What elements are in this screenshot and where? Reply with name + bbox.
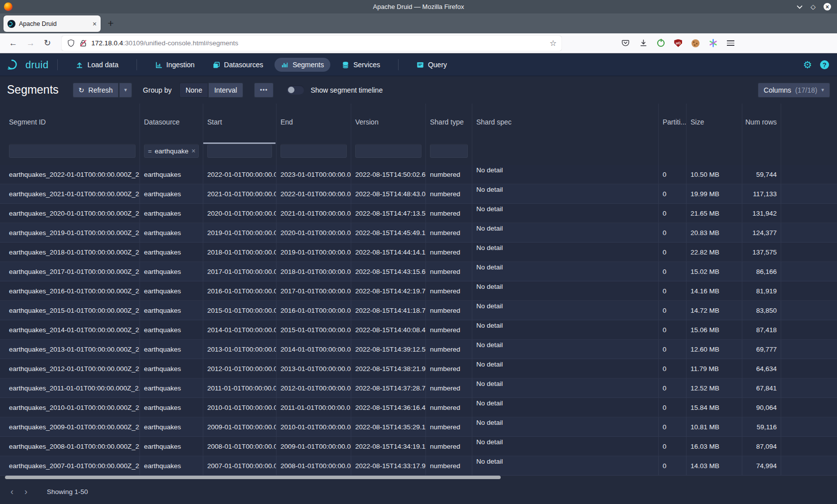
start-cell: 2008-01-01T00:00:00.0... [203,437,277,456]
menu-icon[interactable] [727,40,734,46]
column-header-size[interactable]: Size [687,104,742,144]
bookmark-star-icon[interactable]: ☆ [550,38,557,48]
version-cell: 2022-08-15T14:36:16.4... [351,398,426,417]
table-row[interactable]: earthquakes_2018-01-01T00:00:00.000Z_2..… [0,243,837,262]
pocket-icon[interactable] [621,39,630,47]
table-row[interactable]: earthquakes_2020-01-01T00:00:00.000Z_2..… [0,204,837,223]
size-cell: 14.72 MB [687,301,742,320]
nav-item-load-data[interactable]: Load data [69,58,125,72]
cookie-extension-icon[interactable] [692,39,699,47]
table-row[interactable]: earthquakes_2011-01-01T00:00:00.000Z_2..… [0,378,837,398]
end-cell: 2013-01-01T00:00:00.0... [277,359,351,378]
segment-timeline-toggle[interactable] [286,85,304,95]
multicolor-asterisk-icon[interactable] [709,39,717,47]
refresh-caret-button[interactable]: ▾ [119,83,132,98]
shard-spec-cell: No detail [472,281,659,300]
column-header-end[interactable]: End [277,104,351,144]
datasource-cell: earthquakes [140,204,203,223]
start-filter-input[interactable] [207,144,272,158]
group-by-none-button[interactable]: None [179,83,208,98]
settings-gear-icon[interactable]: ⚙ [803,60,812,70]
help-icon[interactable]: ? [820,60,829,69]
nav-item-query[interactable]: Query [410,58,453,72]
end-filter-input[interactable] [280,144,347,158]
download-icon[interactable] [639,39,648,47]
tab-close-icon[interactable]: × [93,20,97,28]
size-cell: 10.81 MB [687,417,742,436]
table-row[interactable]: earthquakes_2012-01-01T00:00:00.000Z_2..… [0,359,837,378]
column-header-segment-id[interactable]: Segment ID [0,104,140,144]
table-row[interactable]: earthquakes_2007-01-01T00:00:00.000Z_2..… [0,456,837,476]
partitions-cell: 0 [659,320,687,339]
window-maximize-icon[interactable]: ◇ [811,3,816,10]
refresh-button[interactable]: ↻ Refresh [73,83,119,98]
forward-icon[interactable]: → [26,38,35,48]
shield-icon[interactable] [67,39,75,47]
table-row[interactable]: earthquakes_2019-01-01T00:00:00.000Z_2..… [0,223,837,243]
reload-icon[interactable]: ↻ [44,38,51,48]
extension-green-icon[interactable] [657,39,665,47]
table-row[interactable]: earthquakes_2016-01-01T00:00:00.000Z_2..… [0,281,837,301]
table-row[interactable]: earthquakes_2014-01-01T00:00:00.000Z_2..… [0,320,837,340]
column-header-datasource[interactable]: Datasource [140,104,203,144]
more-options-button[interactable]: ••• [254,83,274,98]
url-bar[interactable]: 172.18.0.4:30109/unified-console.html#se… [62,36,561,51]
druid-logo[interactable]: druid [7,59,48,71]
druid-wordmark: druid [25,59,48,71]
table-row[interactable]: earthquakes_2013-01-01T00:00:00.000Z_2..… [0,340,837,359]
columns-button[interactable]: Columns (17/18) ▾ [758,83,830,98]
window-title: Apache Druid — Mozilla Firefox [0,3,837,10]
segments-icon [281,61,288,69]
ublock-shield-icon[interactable]: uO [674,39,682,47]
nav-item-segments[interactable]: Segments [275,58,330,72]
datasource-cell: earthquakes [140,340,203,359]
table-row[interactable]: earthquakes_2022-01-01T00:00:00.000Z_2..… [0,165,837,184]
start-cell: 2016-01-01T00:00:00.0... [203,281,277,300]
end-cell: 2020-01-01T00:00:00.0... [277,223,351,242]
insecure-lock-icon[interactable] [79,39,87,47]
window-minimize-icon[interactable] [797,5,803,9]
browser-tab[interactable]: Apache Druid × [3,15,101,32]
num-rows-cell: 86,166 [742,262,781,281]
nav-item-ingestion[interactable]: Ingestion [148,58,201,72]
table-row[interactable]: earthquakes_2017-01-01T00:00:00.000Z_2..… [0,262,837,281]
datasource-cell: earthquakes [140,165,203,184]
column-header-shard-spec[interactable]: Shard spec [472,104,659,144]
back-icon[interactable]: ← [9,38,17,48]
window-close-icon[interactable]: × [824,3,831,10]
column-header-partitions[interactable]: Partiti... [659,104,687,144]
size-cell: 19.99 MB [687,184,742,203]
version-filter-input[interactable] [355,144,421,158]
version-cell: 2022-08-15T14:37:28.7... [351,378,426,397]
shard-spec-cell: No detail [472,378,659,397]
table-row[interactable]: earthquakes_2021-01-01T00:00:00.000Z_2..… [0,184,837,204]
next-page-icon[interactable]: › [19,487,33,497]
group-by-label: Group by [143,86,172,94]
horizontal-scrollbar[interactable] [5,476,501,479]
shard-spec-cell: No detail [472,417,659,436]
nav-item-datasources[interactable]: Datasources [206,58,270,72]
shard-type-filter-input[interactable] [430,144,468,158]
table-row[interactable]: earthquakes_2009-01-01T00:00:00.000Z_2..… [0,417,837,437]
column-header-version[interactable]: Version [351,104,426,144]
table-row[interactable]: earthquakes_2008-01-01T00:00:00.000Z_2..… [0,437,837,456]
version-cell: 2022-08-15T14:41:18.7... [351,301,426,320]
table-row[interactable]: earthquakes_2015-01-01T00:00:00.000Z_2..… [0,301,837,320]
column-header-shard-type[interactable]: Shard type [426,104,472,144]
segment-id-filter-input[interactable] [9,144,136,158]
new-tab-button[interactable]: + [108,17,114,29]
remove-filter-icon[interactable]: × [191,147,195,155]
table-row[interactable]: earthquakes_2010-01-01T00:00:00.000Z_2..… [0,398,837,417]
datasource-cell: earthquakes [140,184,203,203]
nav-item-services[interactable]: Services [335,58,387,72]
url-path: :30109/unified-console.html#segments [123,39,238,47]
version-cell: 2022-08-15T14:39:12.5... [351,340,426,359]
partitions-cell: 0 [659,437,687,456]
url-text[interactable]: 172.18.0.4:30109/unified-console.html#se… [91,39,546,47]
column-header-num-rows[interactable]: Num rows [742,104,781,144]
size-cell: 15.84 MB [687,398,742,417]
group-by-interval-button[interactable]: Interval [208,83,243,98]
previous-page-icon[interactable]: ‹ [5,487,19,497]
datasource-filter-tag[interactable]: = earthquake × [144,144,199,158]
column-header-start[interactable]: Start [203,104,277,144]
